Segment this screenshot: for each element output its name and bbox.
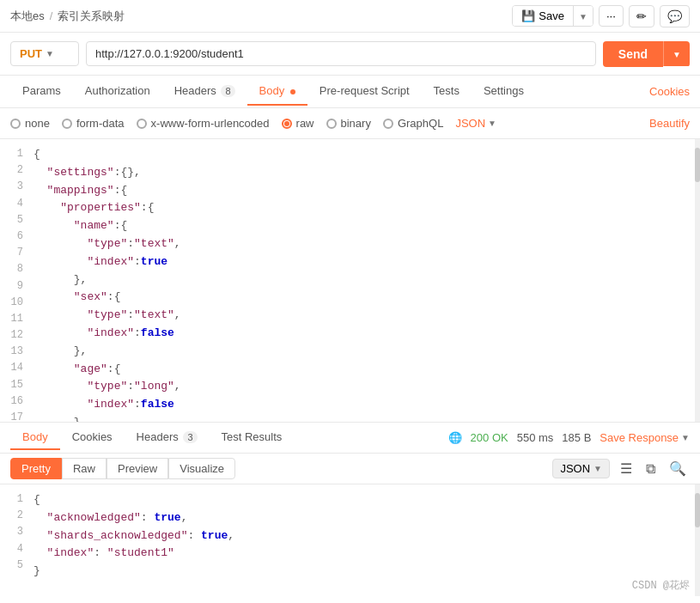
format-tab-pretty[interactable]: Pretty bbox=[10, 458, 62, 479]
scrollbar-thumb bbox=[695, 148, 700, 182]
search-button[interactable]: 🔍 bbox=[666, 459, 690, 478]
tab-params[interactable]: Params bbox=[10, 77, 73, 106]
save-dropdown-button[interactable]: ▼ bbox=[573, 6, 593, 26]
response-body-label: Body bbox=[22, 430, 48, 443]
method-chevron-icon: ▼ bbox=[46, 49, 54, 58]
response-format-select[interactable]: JSON ▼ bbox=[552, 459, 610, 478]
send-button[interactable]: Send bbox=[603, 41, 663, 67]
save-response-button[interactable]: Save Response ▼ bbox=[600, 431, 690, 444]
json-select[interactable]: JSON ▼ bbox=[455, 117, 496, 130]
code-line-9: "sex":{ bbox=[33, 289, 697, 307]
json-label: JSON bbox=[455, 117, 485, 130]
code-line-13: "age":{ bbox=[33, 361, 697, 379]
response-status: 🌐 200 OK 550 ms 185 B Save Response ▼ bbox=[448, 431, 690, 444]
graphql-radio[interactable] bbox=[383, 119, 393, 129]
headers-badge: 8 bbox=[221, 85, 234, 97]
body-type-urlencoded[interactable]: x-www-form-urlencoded bbox=[137, 117, 270, 130]
none-radio[interactable] bbox=[10, 119, 21, 129]
editor-scrollbar[interactable] bbox=[695, 139, 700, 422]
authorization-label: Authorization bbox=[85, 84, 150, 97]
beautify-label: Beautify bbox=[649, 117, 690, 130]
status-size: 185 B bbox=[562, 431, 591, 444]
code-line-7: "index":true bbox=[33, 253, 697, 271]
request-code-content[interactable]: { "settings":{}, "mappings":{ "propertie… bbox=[30, 139, 700, 423]
filter-button[interactable]: ☰ bbox=[617, 459, 636, 478]
pre-request-label: Pre-request Script bbox=[320, 84, 410, 97]
format-tab-raw[interactable]: Raw bbox=[62, 458, 107, 479]
request-tabs: Params Authorization Headers 8 Body Pre-… bbox=[10, 77, 536, 106]
response-scrollbar[interactable] bbox=[695, 484, 700, 596]
response-cookies-label: Cookies bbox=[72, 430, 113, 443]
body-type-raw[interactable]: raw bbox=[282, 117, 314, 130]
json-chevron-icon: ▼ bbox=[488, 119, 496, 128]
response-headers-label: Headers bbox=[137, 430, 179, 443]
code-line-11: "index":false bbox=[33, 325, 697, 343]
response-editor[interactable]: 12345 { "acknowledged": true, "shards_ac… bbox=[0, 484, 700, 596]
tests-label: Tests bbox=[434, 84, 460, 97]
response-tab-headers[interactable]: Headers 3 bbox=[125, 425, 210, 450]
send-button-group[interactable]: Send ▼ bbox=[603, 41, 690, 67]
save-button[interactable]: 💾 Save bbox=[513, 6, 573, 26]
response-tab-test-results[interactable]: Test Results bbox=[210, 425, 295, 450]
save-button-group[interactable]: 💾 Save ▼ bbox=[512, 5, 593, 27]
code-line-2: "settings":{}, bbox=[33, 164, 697, 182]
code-line-3: "mappings":{ bbox=[33, 182, 697, 200]
save-icon: 💾 bbox=[521, 9, 535, 22]
top-bar-actions: 💾 Save ▼ ··· ✏ 💬 bbox=[512, 5, 690, 27]
body-type-binary[interactable]: binary bbox=[326, 117, 371, 130]
watermark: CSDN @花烬 bbox=[632, 578, 690, 593]
filter-icon: ☰ bbox=[620, 461, 632, 476]
more-button[interactable]: ··· bbox=[599, 5, 624, 27]
beautify-button[interactable]: Beautify bbox=[649, 117, 690, 130]
cookies-label: Cookies bbox=[649, 85, 690, 98]
preview-label: Preview bbox=[118, 462, 157, 475]
tab-settings[interactable]: Settings bbox=[472, 77, 536, 106]
tab-authorization[interactable]: Authorization bbox=[73, 77, 162, 106]
chevron-down-icon: ▼ bbox=[579, 12, 587, 21]
url-input[interactable] bbox=[86, 41, 596, 66]
request-tabs-row: Params Authorization Headers 8 Body Pre-… bbox=[0, 76, 700, 108]
params-label: Params bbox=[22, 84, 61, 97]
edit-button[interactable]: ✏ bbox=[629, 5, 654, 27]
response-tabs-row: Body Cookies Headers 3 Test Results 🌐 20… bbox=[0, 423, 700, 454]
comment-button[interactable]: 💬 bbox=[660, 5, 690, 27]
format-chevron-icon: ▼ bbox=[593, 464, 602, 473]
response-tab-body[interactable]: Body bbox=[10, 425, 60, 450]
cookies-link[interactable]: Cookies bbox=[649, 78, 690, 105]
format-tab-visualize[interactable]: Visualize bbox=[168, 458, 235, 479]
send-chevron-icon: ▼ bbox=[673, 50, 681, 59]
body-type-none[interactable]: none bbox=[10, 117, 50, 130]
binary-radio[interactable] bbox=[326, 119, 337, 129]
format-tab-preview[interactable]: Preview bbox=[107, 458, 168, 479]
tab-body[interactable]: Body bbox=[247, 77, 307, 106]
breadcrumb-mapping: 索引关系映射 bbox=[58, 9, 125, 24]
response-tab-cookies[interactable]: Cookies bbox=[60, 425, 125, 450]
tab-tests[interactable]: Tests bbox=[422, 77, 472, 106]
copy-button[interactable]: ⧉ bbox=[642, 460, 659, 478]
form-data-radio[interactable] bbox=[62, 119, 72, 129]
code-line-16: } bbox=[33, 414, 697, 423]
raw-label: raw bbox=[296, 117, 314, 130]
method-select[interactable]: PUT ▼ bbox=[10, 41, 79, 66]
status-ok: 200 OK bbox=[471, 431, 508, 444]
tab-pre-request[interactable]: Pre-request Script bbox=[307, 77, 422, 106]
code-line-4: "properties":{ bbox=[33, 199, 697, 217]
response-tabs: Body Cookies Headers 3 Test Results bbox=[10, 425, 294, 450]
body-type-form-data[interactable]: form-data bbox=[62, 117, 125, 130]
send-dropdown-button[interactable]: ▼ bbox=[663, 41, 690, 66]
binary-label: binary bbox=[341, 117, 371, 130]
response-test-results-label: Test Results bbox=[222, 430, 283, 443]
code-line-12: }, bbox=[33, 343, 697, 361]
request-editor[interactable]: 12345 678910 1112131415 161718 { "settin… bbox=[0, 139, 700, 423]
headers-label: Headers bbox=[174, 84, 216, 97]
search-icon: 🔍 bbox=[669, 461, 686, 476]
response-line-numbers: 12345 bbox=[0, 484, 30, 588]
copy-icon: ⧉ bbox=[646, 461, 655, 476]
raw-radio[interactable] bbox=[282, 119, 292, 129]
breadcrumb-local: 本地es bbox=[10, 9, 45, 24]
tab-headers[interactable]: Headers 8 bbox=[162, 77, 247, 106]
body-type-graphql[interactable]: GraphQL bbox=[383, 117, 443, 130]
urlencoded-radio[interactable] bbox=[137, 119, 147, 129]
code-line-8: }, bbox=[33, 271, 697, 289]
urlencoded-label: x-www-form-urlencoded bbox=[151, 117, 270, 130]
